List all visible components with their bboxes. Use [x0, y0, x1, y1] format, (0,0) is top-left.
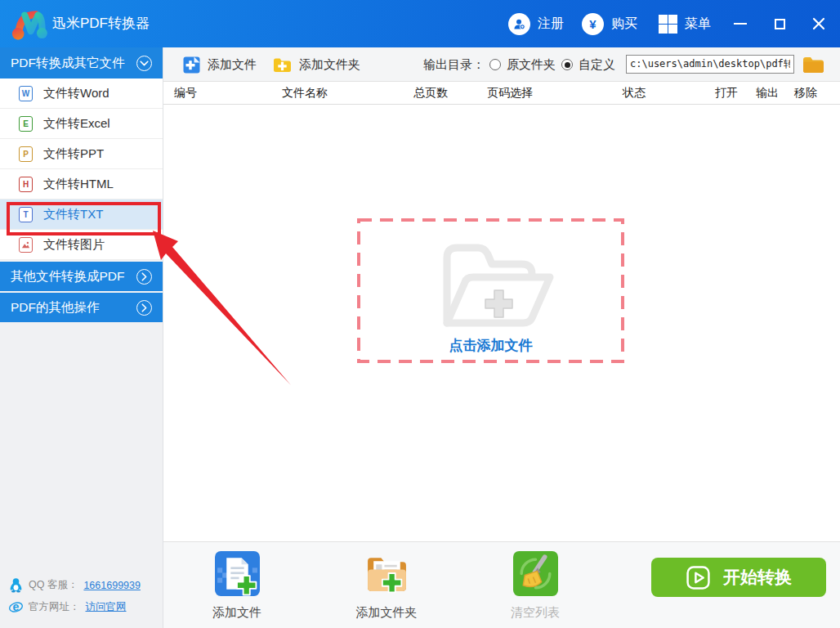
- add-file-big-icon: [215, 551, 260, 596]
- browse-folder-icon[interactable]: [802, 55, 824, 74]
- sidebar-item-pdf-to-image[interactable]: 文件转图片: [0, 230, 163, 260]
- minimize-icon: [734, 23, 747, 25]
- title-bar: 迅米PDF转换器 注册 ¥ 购买 菜单: [0, 0, 840, 47]
- clear-list-icon: [513, 551, 558, 596]
- app-title: 迅米PDF转换器: [52, 0, 150, 47]
- section-label: PDF转换成其它文件: [11, 55, 125, 72]
- col-filename: 文件名称: [282, 82, 328, 103]
- col-open: 打开: [715, 82, 738, 103]
- sidebar-item-pdf-to-txt[interactable]: T 文件转TXT: [0, 200, 163, 230]
- drop-zone-add-files[interactable]: 点击添加文件: [357, 218, 624, 363]
- sidebar-item-pdf-to-html[interactable]: H 文件转HTML: [0, 169, 163, 200]
- menu-label: 菜单: [685, 16, 711, 33]
- open-folder-add-icon: [409, 227, 573, 334]
- bottom-clear-list-button[interactable]: 清空列表: [498, 551, 573, 621]
- col-number: 编号: [174, 82, 197, 103]
- col-remove: 移除: [794, 82, 817, 103]
- html-file-icon: H: [19, 177, 33, 192]
- close-button[interactable]: [804, 0, 833, 47]
- col-pages: 总页数: [413, 82, 448, 103]
- user-icon: [508, 13, 530, 35]
- play-icon: [686, 565, 711, 590]
- item-label: 文件转PPT: [43, 146, 104, 162]
- minimize-button[interactable]: [726, 0, 755, 47]
- chevron-down-icon: [136, 56, 152, 71]
- qq-icon: [9, 577, 23, 593]
- grid-menu-icon: [659, 15, 677, 34]
- chevron-right-icon: [136, 300, 152, 316]
- item-label: 文件转Word: [43, 86, 109, 101]
- image-file-icon: [19, 237, 33, 253]
- bottom-add-file-label: 添加文件: [212, 605, 261, 621]
- item-label: 文件转HTML: [43, 177, 114, 192]
- radio-custom-folder[interactable]: 自定义: [561, 47, 615, 82]
- add-folder-icon: [273, 56, 292, 73]
- item-label: 文件转Excel: [43, 116, 110, 132]
- add-file-label: 添加文件: [208, 57, 257, 73]
- chevron-right-icon: [136, 269, 152, 285]
- app-logo-icon: [8, 6, 51, 43]
- sidebar-item-pdf-to-word[interactable]: W 文件转Word: [0, 78, 163, 109]
- sidebar-item-pdf-to-ppt[interactable]: P 文件转PPT: [0, 139, 163, 169]
- close-icon: [812, 17, 825, 30]
- bottom-add-folder-label: 添加文件夹: [356, 605, 418, 621]
- output-dir-label: 输出目录：: [423, 47, 485, 82]
- menu-button[interactable]: 菜单: [659, 0, 711, 47]
- section-label: PDF的其他操作: [11, 299, 100, 316]
- radio-original-folder[interactable]: 原文件夹: [489, 47, 556, 82]
- bottom-bar: 添加文件 添加文件夹: [163, 541, 840, 628]
- qq-number-link[interactable]: 1661699939: [83, 580, 141, 591]
- sidebar: PDF转换成其它文件 W 文件转Word E 文件转Excel P 文件转PPT…: [0, 47, 163, 628]
- col-output: 输出: [756, 82, 779, 103]
- official-site-label: 官方网址：: [29, 600, 80, 614]
- file-list-area: 点击添加文件: [163, 105, 840, 541]
- radio-circle-selected-icon: [561, 59, 573, 70]
- drop-zone-label: 点击添加文件: [449, 336, 533, 355]
- start-convert-button[interactable]: 开始转换: [651, 558, 826, 597]
- start-convert-label: 开始转换: [723, 566, 792, 589]
- item-label: 文件转TXT: [43, 207, 103, 222]
- main-area: 添加文件 添加文件夹 输出目录： 原文件夹 自定义 编号: [163, 47, 840, 628]
- bottom-clear-list-label: 清空列表: [511, 605, 560, 621]
- maximize-icon: [775, 19, 785, 29]
- add-file-icon: [183, 56, 200, 74]
- visit-site-link[interactable]: 访问官网: [86, 600, 127, 614]
- sidebar-section-pdf-to-other[interactable]: PDF转换成其它文件: [0, 47, 163, 78]
- yuan-icon: ¥: [582, 13, 604, 35]
- ie-browser-icon: e: [9, 600, 23, 614]
- col-page-select: 页码选择: [487, 82, 533, 103]
- add-folder-big-icon: [364, 551, 409, 596]
- word-file-icon: W: [19, 86, 33, 101]
- txt-file-icon: T: [19, 207, 33, 222]
- sidebar-item-pdf-to-excel[interactable]: E 文件转Excel: [0, 109, 163, 139]
- bottom-add-file-button[interactable]: 添加文件: [199, 551, 275, 621]
- register-button[interactable]: 注册: [508, 0, 564, 47]
- toolbar: 添加文件 添加文件夹 输出目录： 原文件夹 自定义: [163, 47, 840, 82]
- ppt-file-icon: P: [19, 146, 33, 162]
- add-file-button[interactable]: 添加文件: [183, 47, 257, 82]
- add-folder-button[interactable]: 添加文件夹: [273, 47, 360, 82]
- maximize-button[interactable]: [765, 0, 794, 47]
- radio-custom-label: 自定义: [579, 57, 615, 73]
- radio-circle-icon: [489, 59, 501, 70]
- sidebar-footer: QQ 客服： 1661699939 e 官方网址： 访问官网: [9, 574, 141, 618]
- sidebar-section-pdf-other-ops[interactable]: PDF的其他操作: [0, 291, 163, 322]
- col-status: 状态: [623, 82, 646, 103]
- radio-original-label: 原文件夹: [507, 57, 556, 73]
- register-label: 注册: [538, 16, 564, 33]
- item-label: 文件转图片: [43, 237, 105, 253]
- buy-label: 购买: [611, 16, 637, 33]
- bottom-add-folder-button[interactable]: 添加文件夹: [349, 551, 424, 621]
- excel-file-icon: E: [19, 116, 33, 132]
- section-label: 其他文件转换成PDF: [11, 268, 125, 285]
- add-folder-label: 添加文件夹: [299, 57, 360, 73]
- buy-button[interactable]: ¥ 购买: [582, 0, 637, 47]
- qq-service-label: QQ 客服：: [29, 578, 78, 592]
- output-path-input[interactable]: [626, 55, 794, 74]
- file-table-header: 编号 文件名称 总页数 页码选择 状态 打开 输出 移除: [163, 82, 840, 105]
- sidebar-section-other-to-pdf[interactable]: 其他文件转换成PDF: [0, 260, 163, 291]
